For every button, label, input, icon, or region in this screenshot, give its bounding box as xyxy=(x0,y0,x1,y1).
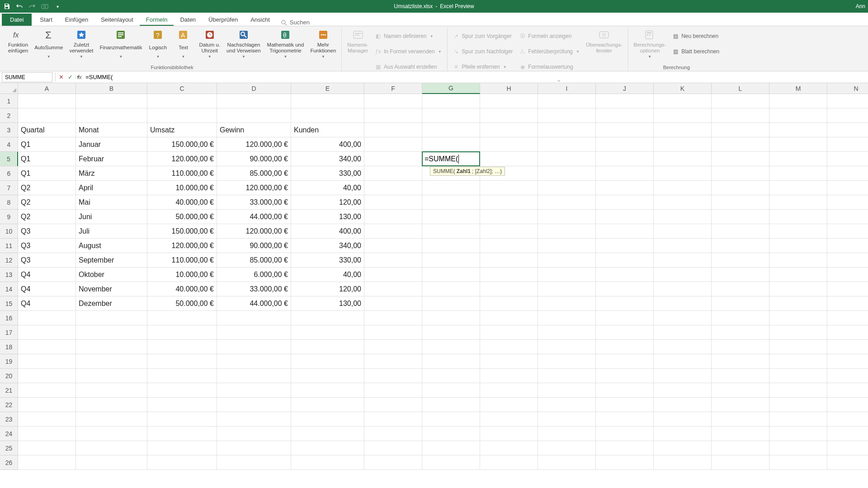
row-header[interactable]: 14 xyxy=(0,282,18,296)
cell[interactable] xyxy=(18,354,76,369)
cell[interactable]: Gewinn xyxy=(217,123,291,137)
cell[interactable] xyxy=(769,181,827,195)
cell[interactable] xyxy=(422,195,480,210)
cell[interactable] xyxy=(712,181,769,195)
cell[interactable] xyxy=(76,369,147,383)
column-header[interactable]: H xyxy=(480,83,538,94)
cell[interactable] xyxy=(364,325,422,340)
cell[interactable]: 33.000,00 € xyxy=(217,282,291,296)
cell[interactable] xyxy=(769,224,827,239)
cell[interactable] xyxy=(217,455,291,470)
column-header[interactable]: C xyxy=(147,83,217,94)
cell[interactable] xyxy=(422,455,480,470)
column-header[interactable]: L xyxy=(712,83,769,94)
cell[interactable] xyxy=(654,166,712,181)
cell[interactable] xyxy=(712,137,769,152)
cell[interactable] xyxy=(596,340,654,354)
cell[interactable] xyxy=(827,427,868,441)
cell[interactable] xyxy=(712,267,769,282)
cell[interactable] xyxy=(827,412,868,427)
cell[interactable]: Kunden xyxy=(291,123,364,137)
cell[interactable] xyxy=(596,412,654,427)
cell[interactable] xyxy=(147,354,217,369)
create-from-selection-button[interactable]: ▦Aus Auswahl erstellen xyxy=(375,60,442,74)
cell[interactable] xyxy=(364,123,422,137)
cell[interactable]: 85.000,00 € xyxy=(217,166,291,181)
cell[interactable] xyxy=(76,412,147,427)
cell[interactable] xyxy=(654,282,712,296)
cell[interactable] xyxy=(480,369,538,383)
cell[interactable]: Q3 xyxy=(18,239,76,253)
cell[interactable] xyxy=(480,427,538,441)
cell[interactable] xyxy=(538,369,596,383)
cell[interactable] xyxy=(422,441,480,455)
cell[interactable] xyxy=(654,210,712,224)
cell[interactable] xyxy=(364,296,422,311)
cell[interactable] xyxy=(654,325,712,340)
cell[interactable] xyxy=(712,325,769,340)
show-formulas-button[interactable]: ⦿Formeln anzeigen xyxy=(519,29,580,43)
cell[interactable]: Q2 xyxy=(18,195,76,210)
tab-formulas[interactable]: Formeln xyxy=(140,14,174,26)
cell[interactable] xyxy=(18,340,76,354)
cell[interactable] xyxy=(596,108,654,123)
evaluate-formula-button[interactable]: ◉Formelauswertung xyxy=(519,60,580,74)
cell[interactable] xyxy=(712,108,769,123)
cell[interactable] xyxy=(827,166,868,181)
row-header[interactable]: 20 xyxy=(0,369,18,383)
cell[interactable] xyxy=(538,282,596,296)
cell[interactable] xyxy=(147,94,217,108)
cell[interactable] xyxy=(291,441,364,455)
cell[interactable] xyxy=(291,412,364,427)
cell[interactable] xyxy=(291,398,364,412)
autosum-button[interactable]: Σ AutoSumme ▼ xyxy=(33,28,65,60)
cell[interactable]: Februar xyxy=(76,152,147,166)
cell[interactable] xyxy=(147,455,217,470)
cell[interactable] xyxy=(538,152,596,166)
cell[interactable] xyxy=(538,354,596,369)
cell[interactable] xyxy=(364,137,422,152)
cell[interactable] xyxy=(827,282,868,296)
cell[interactable] xyxy=(422,108,480,123)
more-functions-button[interactable]: Mehr Funktionen ▼ xyxy=(308,28,338,60)
cell[interactable] xyxy=(364,311,422,325)
cell[interactable] xyxy=(76,311,147,325)
confirm-formula-button[interactable]: ✓ xyxy=(66,74,75,80)
cell[interactable] xyxy=(538,224,596,239)
row-header[interactable]: 26 xyxy=(0,455,18,470)
cell[interactable] xyxy=(538,383,596,398)
cell[interactable] xyxy=(480,412,538,427)
cell[interactable] xyxy=(712,123,769,137)
row-header[interactable]: 25 xyxy=(0,441,18,455)
cell[interactable] xyxy=(364,369,422,383)
cell[interactable]: Juni xyxy=(76,210,147,224)
cell[interactable] xyxy=(596,195,654,210)
cell[interactable] xyxy=(769,152,827,166)
cell[interactable] xyxy=(769,412,827,427)
cell[interactable]: Mai xyxy=(76,195,147,210)
cell[interactable]: 120.000,00 € xyxy=(147,152,217,166)
logical-button[interactable]: ? Logisch ▼ xyxy=(146,28,169,60)
cell[interactable] xyxy=(422,94,480,108)
cell[interactable]: 10.000,00 € xyxy=(147,181,217,195)
row-header[interactable]: 9 xyxy=(0,210,18,224)
cell[interactable]: August xyxy=(76,239,147,253)
cell[interactable]: Monat xyxy=(76,123,147,137)
row-header[interactable]: 13 xyxy=(0,267,18,282)
cell[interactable] xyxy=(422,253,480,267)
cell[interactable] xyxy=(654,123,712,137)
cell[interactable] xyxy=(364,224,422,239)
cell[interactable] xyxy=(712,441,769,455)
calculate-sheet-button[interactable]: ▥Blatt berechnen xyxy=(672,44,719,59)
cell[interactable] xyxy=(147,441,217,455)
cell[interactable] xyxy=(827,354,868,369)
cell[interactable] xyxy=(147,369,217,383)
cell[interactable] xyxy=(712,354,769,369)
cell[interactable]: Q1 xyxy=(18,137,76,152)
cell[interactable] xyxy=(538,94,596,108)
cell[interactable] xyxy=(422,224,480,239)
cell[interactable] xyxy=(422,340,480,354)
cell[interactable]: Q4 xyxy=(18,296,76,311)
cell[interactable] xyxy=(596,253,654,267)
cell[interactable] xyxy=(596,94,654,108)
